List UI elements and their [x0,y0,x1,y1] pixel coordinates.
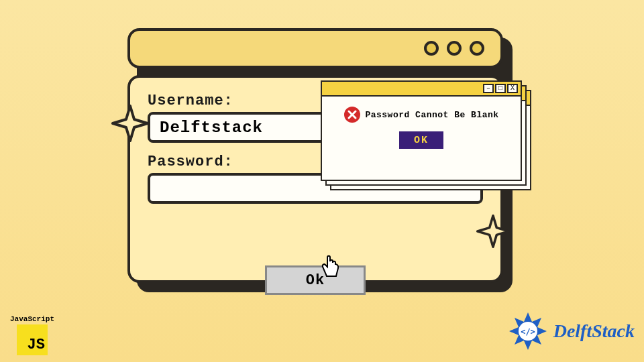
window-titlebar [127,28,503,68]
delftstack-brand: </> DelftStack [506,310,635,353]
popup-ok-button[interactable]: OK [399,131,443,149]
error-message: Password Cannot Be Blank [365,110,498,120]
error-popup: – □ X Password Cannot Be Blank OK [321,80,522,181]
sparkle-icon [111,105,149,142]
javascript-badge: JavaScript JS [7,315,58,355]
maximize-icon[interactable]: □ [495,84,506,93]
delftstack-text: DelftStack [553,320,635,342]
cursor-hand-icon [319,255,342,280]
minimize-icon[interactable]: – [483,84,494,93]
titlebar-dot-icon[interactable] [470,41,484,56]
sparkle-icon [476,215,510,248]
delftstack-logo-icon: </> [506,310,549,353]
javascript-label: JavaScript [7,315,58,323]
popup-content: Password Cannot Be Blank OK [322,97,521,158]
submit-ok-button[interactable]: Ok [265,265,366,295]
popup-titlebar: – □ X [322,82,521,97]
svg-text:</>: </> [521,327,535,337]
close-icon[interactable]: X [507,84,518,93]
javascript-logo-icon: JS [17,324,48,355]
titlebar-dot-icon[interactable] [424,41,439,56]
titlebar-dot-icon[interactable] [447,41,462,56]
error-x-icon [343,106,361,123]
